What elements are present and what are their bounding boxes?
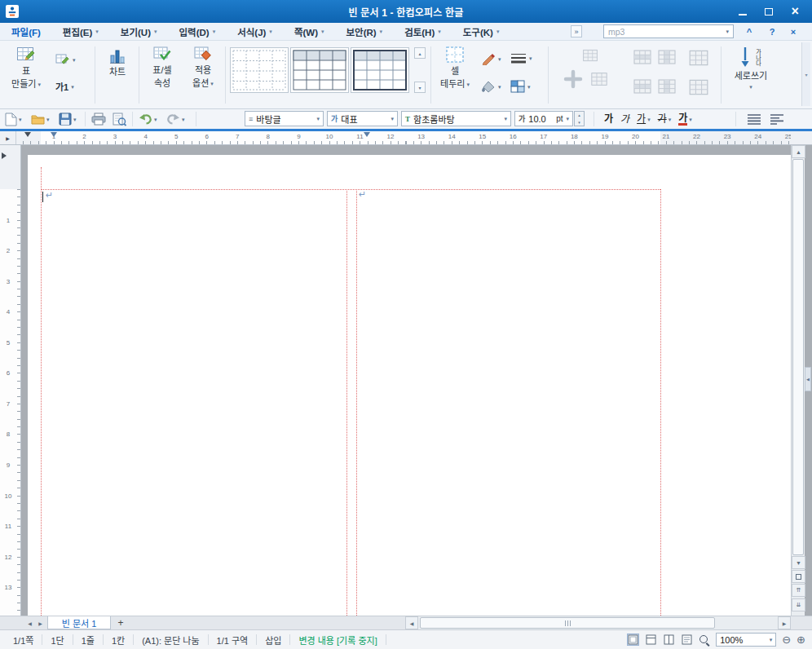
cell-shading-button[interactable]: ▾ [507, 78, 534, 95]
chevron-down-icon[interactable]: ▾ [529, 55, 532, 61]
chevron-down-icon[interactable]: ▾ [71, 84, 74, 90]
chevron-down-icon[interactable]: ▾ [210, 81, 214, 86]
ribbon-expand-button[interactable]: ▾ [801, 42, 810, 106]
chevron-down-icon[interactable]: ▾ [496, 29, 500, 35]
chevron-down-icon[interactable]: ▾ [726, 29, 729, 34]
print-preview-button[interactable] [111, 111, 128, 127]
horizontal-scrollbar[interactable]: ◀ ▶ [405, 616, 791, 629]
chevron-down-icon[interactable]: ▾ [669, 117, 672, 122]
vertical-scrollbar[interactable]: ▲ ▼ ⇈ ⇊ [791, 145, 805, 616]
scroll-left-button[interactable]: ◀ [405, 616, 418, 629]
chevron-down-icon[interactable]: ▾ [498, 84, 501, 90]
horizontal-ruler[interactable]: 1234567891011121314151617181920212223242… [16, 131, 791, 144]
table-cell-properties-button[interactable]: 표/셀 속성 [143, 46, 181, 89]
chevron-down-icon[interactable]: ▾ [749, 84, 752, 90]
add-tab-button[interactable]: + [114, 617, 127, 629]
border-pen-button[interactable]: ▾ [478, 51, 505, 67]
chevron-down-icon[interactable]: ▾ [527, 84, 531, 90]
save-button[interactable]: ▾ [57, 111, 78, 127]
menu-page[interactable]: 쪽(W)▾ [288, 25, 331, 38]
new-document-button[interactable]: ▾ [3, 111, 24, 127]
chevron-down-icon[interactable]: ▾ [182, 117, 185, 122]
quick-search-combo[interactable]: mp3 ▾ [603, 24, 734, 38]
chevron-down-icon[interactable]: ▾ [19, 117, 22, 122]
fill-bucket-button[interactable]: ▾ [478, 78, 505, 95]
tab-scroll-left-button[interactable]: ◀ [24, 618, 35, 629]
menu-tools[interactable]: 도구(K)▾ [457, 25, 506, 38]
table-style-preview-1[interactable] [230, 47, 289, 93]
document-page[interactable] [28, 155, 791, 616]
table-style-preview-3[interactable] [351, 47, 409, 93]
cell-border-button[interactable]: 셀 테두리▾ [435, 46, 474, 90]
paragraph-style-combo[interactable]: ≡ 바탕글 ▾ [245, 111, 324, 126]
chevron-down-icon[interactable]: ▾ [73, 117, 77, 122]
zoom-out-button[interactable]: ⊖ [782, 634, 791, 645]
page-shape-button[interactable] [792, 570, 805, 583]
chevron-down-icon[interactable]: ▾ [466, 82, 470, 87]
gallery-scroll-down-button[interactable]: ▾ [414, 82, 426, 93]
spinner-down-icon[interactable]: ▾ [575, 119, 584, 126]
chevron-down-icon[interactable]: ▾ [38, 82, 41, 87]
table-style-preview-2[interactable] [290, 47, 349, 93]
align-justify-button[interactable] [745, 111, 763, 127]
document-tab[interactable]: 빈 문서 1 [47, 616, 111, 629]
chart-button[interactable]: 차트 [99, 47, 135, 77]
scroll-down-button[interactable]: ▼ [792, 556, 805, 569]
panel-collapse-handle[interactable]: ◀ [805, 367, 811, 391]
make-table-button[interactable]: 표 만들기▾ [5, 46, 47, 90]
menu-format[interactable]: 서식(J)▾ [231, 25, 279, 38]
zoom-in-button[interactable]: ⊕ [797, 634, 805, 645]
view-mode-page-button[interactable] [627, 634, 639, 646]
indent-marker-col2-icon[interactable] [364, 132, 370, 137]
menu-overflow-button[interactable]: » [571, 25, 582, 38]
menu-review[interactable]: 검토(H)▾ [398, 25, 448, 38]
chevron-down-icon[interactable]: ▾ [498, 56, 501, 62]
undo-button[interactable]: ▾ [137, 111, 159, 127]
help-button[interactable]: ? [765, 25, 779, 38]
menubar-close-button[interactable]: × [786, 25, 801, 38]
chevron-down-icon[interactable]: ▾ [770, 637, 773, 642]
chevron-down-icon[interactable]: ▾ [647, 117, 651, 122]
font-face-combo[interactable]: T 함초롬바탕 ▾ [401, 111, 511, 126]
char-italic-button[interactable]: 가 [618, 111, 632, 127]
print-button[interactable] [90, 111, 108, 127]
menu-security[interactable]: 보안(R)▾ [339, 25, 389, 38]
scroll-up-button[interactable]: ▲ [792, 145, 805, 158]
chevron-down-icon[interactable]: ▾ [316, 116, 320, 121]
gallery-scroll-up-button[interactable]: ▴ [414, 47, 426, 59]
chevron-down-icon[interactable]: ▾ [689, 117, 692, 122]
zoom-level-combo[interactable]: 100% ▾ [716, 633, 776, 647]
view-mode-text-button[interactable] [681, 634, 693, 646]
view-mode-full-button[interactable] [645, 634, 657, 646]
char-bold-button[interactable]: 가 [602, 111, 616, 127]
apply-options-button[interactable]: 적용 옵션▾ [184, 46, 222, 89]
chevron-down-icon[interactable]: ▾ [46, 117, 50, 122]
previous-page-button[interactable]: ⇈ [792, 584, 805, 597]
menu-view[interactable]: 보기(U)▾ [114, 25, 164, 38]
chevron-down-icon[interactable]: ▾ [380, 29, 383, 35]
chevron-down-icon[interactable]: ▾ [391, 116, 394, 121]
chevron-down-icon[interactable]: ▾ [566, 116, 569, 121]
ruler-corner-box[interactable]: ▶ [0, 131, 16, 144]
char-underline-button[interactable]: 가▾ [634, 111, 653, 127]
char-strike-button[interactable]: 가▾ [655, 111, 674, 127]
menu-input[interactable]: 입력(D)▾ [173, 25, 223, 38]
chevron-down-icon[interactable]: ▾ [321, 29, 324, 35]
redo-button[interactable]: ▾ [165, 111, 187, 127]
chevron-down-icon[interactable]: ▾ [154, 29, 157, 35]
open-button[interactable]: ▾ [29, 111, 51, 127]
font-size-spinner[interactable]: ▴ ▾ [574, 111, 585, 126]
chevron-down-icon[interactable]: ▾ [213, 29, 216, 35]
chevron-down-icon[interactable]: ▾ [438, 29, 441, 35]
vertical-ruler[interactable]: 12345678910111213 [0, 145, 21, 616]
char-color-button[interactable]: 가▾ [676, 111, 695, 127]
next-page-button[interactable]: ⇊ [792, 598, 805, 611]
align-left-button[interactable] [768, 111, 786, 127]
vertical-writing-button[interactable]: 가나다 세로쓰기 ▾ [727, 46, 774, 90]
chevron-down-icon[interactable]: ▾ [73, 57, 76, 63]
tab-scroll-right-button[interactable]: ▶ [35, 618, 46, 629]
menu-file[interactable]: 파일(F) [5, 25, 47, 38]
menu-edit[interactable]: 편집(E)▾ [56, 25, 105, 38]
spinner-up-icon[interactable]: ▴ [575, 112, 584, 119]
close-button[interactable]: × [786, 4, 804, 19]
